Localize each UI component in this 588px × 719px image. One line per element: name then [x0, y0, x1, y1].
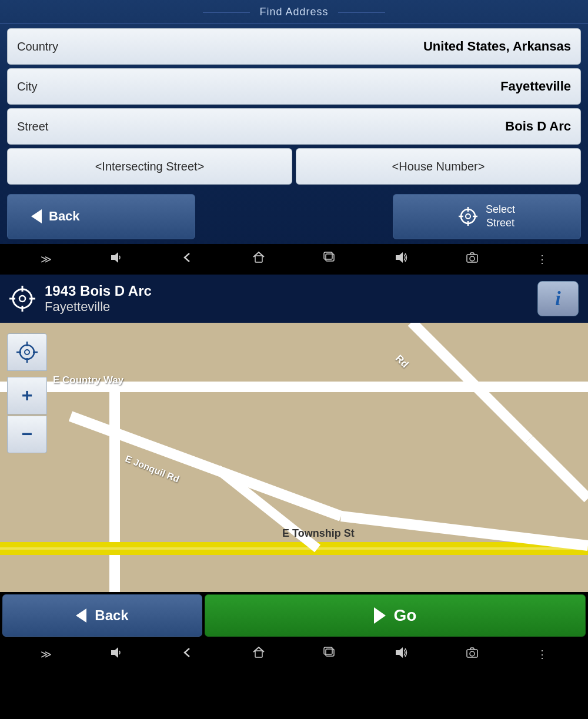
svg-point-14 — [19, 296, 25, 302]
svg-point-13 — [13, 289, 32, 308]
collapse-icon-bottom[interactable]: ≫ — [41, 648, 52, 661]
info-button[interactable]: i — [537, 281, 579, 316]
select-street-button[interactable]: SelectStreet — [393, 194, 581, 239]
svg-point-30 — [25, 350, 29, 355]
back-arrow-icon — [31, 209, 42, 223]
city-field[interactable]: City Fayetteville — [7, 68, 581, 105]
intersecting-street-field[interactable]: <Intersecting Street> — [7, 148, 292, 185]
country-value: United States, Arkansas — [135, 39, 571, 54]
map-roads-svg — [0, 323, 588, 592]
map-center-button[interactable] — [7, 333, 47, 371]
more-options-icon[interactable]: ⋮ — [537, 253, 547, 266]
nav-buttons-top: Back SelectStreet — [0, 189, 588, 244]
map-center-icon — [16, 342, 38, 363]
country-label: Country — [17, 40, 135, 53]
back-button-map[interactable]: Back — [2, 594, 202, 637]
back-label-top: Back — [49, 209, 80, 224]
back-nav-icon-bottom[interactable] — [181, 646, 194, 662]
zoom-in-button[interactable]: + — [7, 377, 47, 414]
back-arrow-map-icon — [76, 608, 86, 623]
map-header: 1943 Bois D Arc Fayetteville i — [0, 275, 588, 323]
system-bar-bottom: ≫ ⋮ — [0, 639, 588, 670]
map-location-text: 1943 Bois D Arc Fayetteville — [45, 283, 528, 315]
select-street-label: SelectStreet — [486, 203, 515, 230]
address-fields: Country United States, Arkansas City Fay… — [0, 24, 588, 189]
zoom-out-icon: − — [22, 423, 33, 445]
svg-marker-39 — [396, 647, 403, 658]
zoom-out-button[interactable]: − — [7, 416, 47, 453]
svg-point-1 — [466, 214, 470, 219]
home-icon-bottom[interactable] — [252, 646, 265, 662]
map-address-line2: Fayetteville — [45, 299, 528, 315]
svg-point-41 — [470, 651, 475, 656]
map-address-line1: 1943 Bois D Arc — [45, 283, 528, 299]
street-field[interactable]: Street Bois D Arc — [7, 108, 581, 145]
country-field[interactable]: Country United States, Arkansas — [7, 28, 581, 65]
intersecting-street-placeholder: <Intersecting Street> — [95, 160, 205, 173]
system-bar-top: ≫ ⋮ — [0, 244, 588, 275]
svg-rect-8 — [326, 254, 334, 261]
map-panel: 1943 Bois D Arc Fayetteville i — [0, 275, 588, 639]
volume-low-icon[interactable] — [110, 251, 123, 267]
street-value: Bois D Arc — [135, 119, 571, 134]
map-bottom-buttons: Back Go — [0, 592, 588, 639]
svg-marker-6 — [111, 252, 118, 263]
svg-rect-36 — [255, 651, 262, 657]
svg-marker-35 — [111, 647, 118, 658]
map-header-crosshair-icon — [9, 286, 35, 312]
camera-icon[interactable] — [466, 251, 479, 267]
more-options-icon-bottom[interactable]: ⋮ — [537, 648, 547, 661]
volume-high-icon-bottom[interactable] — [395, 646, 407, 662]
map-area[interactable]: E Country Way E Jonquil Rd E Township St… — [0, 323, 588, 592]
recents-icon-bottom[interactable] — [323, 646, 336, 662]
back-button-top[interactable]: Back — [7, 194, 195, 239]
house-number-field[interactable]: <House Number> — [296, 148, 581, 185]
svg-point-12 — [470, 256, 475, 261]
svg-point-29 — [20, 345, 34, 359]
city-label: City — [17, 80, 135, 93]
volume-high-icon[interactable] — [395, 251, 407, 267]
svg-rect-9 — [324, 252, 332, 259]
collapse-icon[interactable]: ≫ — [41, 253, 52, 266]
volume-low-icon-bottom[interactable] — [110, 646, 123, 662]
go-button[interactable]: Go — [205, 594, 586, 637]
zoom-in-icon: + — [22, 384, 33, 406]
svg-rect-38 — [324, 647, 332, 654]
map-controls: + − — [7, 333, 47, 453]
find-address-panel: Find Address Country United States, Arka… — [0, 0, 588, 275]
city-value: Fayetteville — [135, 79, 571, 94]
go-label: Go — [394, 606, 417, 625]
home-icon[interactable] — [252, 251, 265, 267]
panel-title: Find Address — [0, 0, 588, 24]
title-text: Find Address — [259, 6, 328, 18]
select-street-icon — [459, 207, 477, 226]
secondary-fields-row: <Intersecting Street> <House Number> — [7, 148, 581, 185]
back-nav-icon[interactable] — [181, 251, 194, 267]
camera-icon-bottom[interactable] — [466, 646, 479, 662]
street-label: Street — [17, 120, 135, 133]
house-number-placeholder: <House Number> — [392, 160, 485, 173]
svg-marker-10 — [396, 252, 403, 263]
recents-icon[interactable] — [323, 251, 336, 267]
go-arrow-icon — [374, 607, 386, 624]
svg-rect-7 — [255, 256, 262, 262]
back-label-map: Back — [95, 607, 128, 624]
svg-rect-37 — [326, 649, 334, 656]
info-icon: i — [555, 287, 560, 310]
